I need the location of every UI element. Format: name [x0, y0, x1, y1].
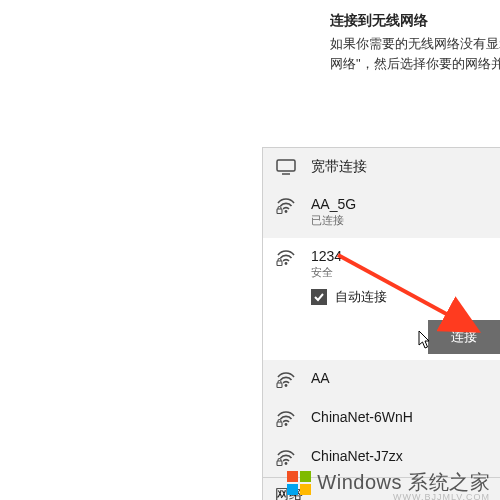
- wifi-status-secured: 安全: [311, 265, 492, 280]
- wifi-item-chinanet-6wnh[interactable]: ChinaNet-6WnH: [263, 399, 500, 438]
- wifi-secured-icon: [275, 249, 297, 267]
- svg-point-2: [285, 210, 288, 213]
- wifi-secured-icon: [275, 410, 297, 428]
- wifi-item-1234-selected[interactable]: 1234 安全 自动连接 连接: [263, 238, 500, 360]
- monitor-icon: [275, 159, 297, 175]
- wifi-name: 1234: [311, 248, 492, 264]
- watermark-url: WWW.BJJMLV.COM: [393, 492, 490, 500]
- auto-connect-checkbox[interactable]: 自动连接: [311, 288, 500, 306]
- svg-point-11: [285, 423, 288, 426]
- wifi-name: AA_5G: [311, 196, 492, 212]
- watermark-brand: Windows: [317, 471, 402, 494]
- auto-connect-label: 自动连接: [335, 288, 387, 306]
- settings-help-block: 连接到无线网络 如果你需要的无线网络没有显示，选择"显示可用网络"，然后选择你要…: [330, 12, 500, 74]
- windows-logo-icon: [287, 471, 311, 495]
- broadband-item[interactable]: 宽带连接: [263, 148, 500, 186]
- svg-point-8: [285, 384, 288, 387]
- svg-rect-0: [277, 160, 295, 171]
- wifi-name: ChinaNet-6WnH: [311, 409, 492, 425]
- connect-button[interactable]: 连接: [428, 320, 500, 354]
- wifi-name: ChinaNet-J7zx: [311, 448, 492, 464]
- broadband-label: 宽带连接: [311, 158, 492, 176]
- settings-help-body: 如果你需要的无线网络没有显示，选择"显示可用网络"，然后选择你要的网络并选择"连…: [330, 34, 500, 74]
- checkbox-checked-icon: [311, 289, 327, 305]
- svg-point-14: [285, 462, 288, 465]
- wifi-item-aa[interactable]: AA: [263, 360, 500, 399]
- svg-point-5: [285, 262, 288, 265]
- wifi-secured-icon: [275, 197, 297, 215]
- wifi-secured-icon: [275, 371, 297, 389]
- wifi-item-aa5g[interactable]: AA_5G 已连接: [263, 186, 500, 238]
- wifi-secured-icon: [275, 449, 297, 467]
- wifi-name: AA: [311, 370, 492, 386]
- network-flyout: 宽带连接 AA_5G 已连接 1234 安全 自动连接: [262, 147, 500, 500]
- settings-help-title: 连接到无线网络: [330, 12, 500, 30]
- wifi-status-connected: 已连接: [311, 213, 492, 228]
